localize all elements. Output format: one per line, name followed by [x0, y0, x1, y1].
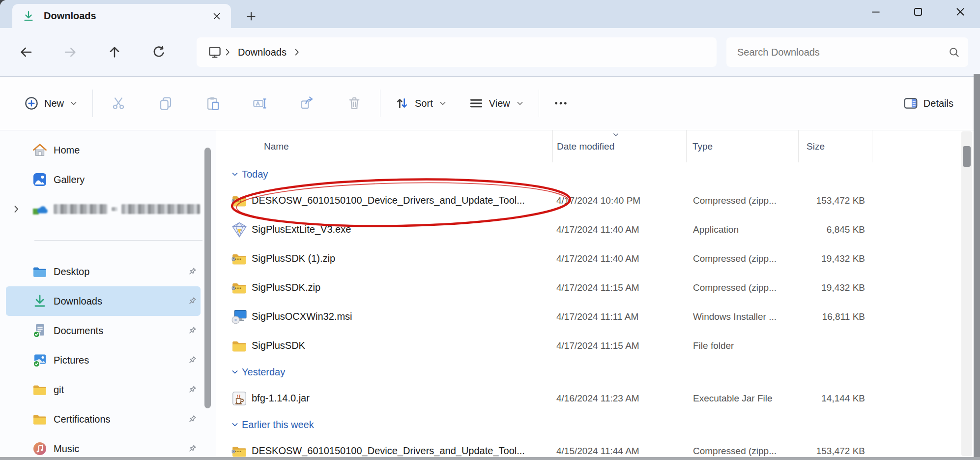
refresh-button[interactable]	[147, 41, 170, 63]
scissors-button[interactable]	[106, 92, 131, 115]
file-list: Today DESKOSW_6010150100_Device_Drivers_…	[216, 162, 980, 460]
group-header-yesterday[interactable]: Yesterday	[216, 360, 980, 384]
downloads-icon	[32, 293, 48, 309]
group-header-earlier-this-week[interactable]: Earlier this week	[216, 413, 980, 436]
copy-button[interactable]	[153, 92, 178, 115]
chevron-down-icon	[515, 98, 525, 108]
folder-icon	[32, 382, 48, 398]
toolbar-divider	[539, 90, 539, 117]
file-date-modified: 4/17/2024 11:15 AM	[552, 340, 686, 351]
file-size: 153,472 KB	[798, 195, 872, 206]
copy-icon	[158, 95, 173, 111]
file-row[interactable]: SigPlusSDK 4/17/2024 11:15 AM File folde…	[216, 331, 980, 360]
details-button[interactable]: Details	[898, 92, 958, 115]
file-row[interactable]: SigPlusSDK (1).zip 4/17/2024 11:40 AM Co…	[216, 244, 980, 273]
file-size: 19,432 KB	[798, 282, 872, 293]
minimize-button[interactable]	[867, 2, 885, 22]
sidebar-item-label: Desktop	[54, 266, 187, 277]
more-options-button[interactable]	[548, 92, 574, 115]
sidebar-item-desktop[interactable]: Desktop	[6, 257, 201, 286]
new-button[interactable]: New	[19, 92, 84, 115]
sidebar-item-label: Pictures	[54, 355, 187, 366]
plus-circle-icon	[24, 95, 39, 111]
file-name: SigPlusExtLite_V3.exe	[252, 224, 351, 235]
toolbar-divider	[92, 90, 93, 117]
more-options-icon	[553, 95, 569, 111]
sidebar-item-git[interactable]: git	[6, 375, 201, 404]
delete-button[interactable]	[342, 92, 367, 115]
file-row[interactable]: bfg-1.14.0.jar 4/16/2024 11:23 AM Execut…	[216, 384, 980, 413]
sidebar-item-music[interactable]: Music	[6, 434, 201, 460]
column-header-name[interactable]: Name	[216, 130, 552, 162]
close-button[interactable]	[951, 2, 969, 22]
zip-icon	[231, 250, 248, 267]
file-size: 6,845 KB	[798, 224, 872, 235]
file-name: SigPlusSDK.zip	[252, 282, 320, 293]
search-input[interactable]	[737, 47, 948, 58]
sidebar-scrollbar[interactable]	[204, 148, 211, 408]
forward-button[interactable]	[59, 41, 82, 63]
sidebar-item-documents[interactable]: Documents	[6, 316, 201, 345]
file-type: Compressed (zipp...	[686, 195, 798, 206]
new-tab-button[interactable]	[242, 7, 260, 26]
tab-close-icon[interactable]	[209, 9, 224, 24]
group-header-today[interactable]: Today	[216, 162, 980, 186]
sidebar: Home Gallery Desktop Downloads	[0, 130, 216, 460]
tab-downloads[interactable]: Downloads	[12, 4, 231, 28]
file-type: Application	[686, 224, 798, 235]
close-icon	[954, 5, 967, 18]
sidebar-item-gallery[interactable]: Gallery	[6, 165, 201, 194]
view-button[interactable]: View	[463, 92, 530, 115]
file-date-modified: 4/17/2024 10:40 PM	[552, 195, 686, 206]
folder-icon	[32, 411, 48, 427]
sidebar-item-home[interactable]: Home	[6, 135, 201, 165]
sidebar-item-certifications[interactable]: Certifications	[6, 404, 201, 434]
file-row[interactable]: SigPlusSDK.zip 4/17/2024 11:15 AM Compre…	[216, 273, 980, 302]
file-date-modified: 4/17/2024 11:15 AM	[552, 282, 686, 293]
sidebar-item-label: Documents	[54, 325, 187, 337]
search-box[interactable]	[726, 37, 968, 67]
breadcrumb-segment-downloads[interactable]: Downloads	[233, 47, 291, 58]
toolbar-divider	[380, 90, 380, 117]
chevron-right-icon[interactable]	[291, 47, 302, 58]
file-type: Compressed (zipp...	[686, 253, 798, 264]
onedrive-icon	[32, 201, 48, 217]
scrollbar-thumb[interactable]	[963, 146, 971, 167]
command-toolbar: New Sort View Details	[0, 77, 980, 130]
back-icon	[19, 45, 33, 60]
collapse-chevron-icon[interactable]	[230, 169, 240, 179]
window-edge-right	[974, 74, 980, 460]
up-button[interactable]	[103, 41, 126, 63]
tab-title: Downloads	[44, 10, 209, 22]
file-row[interactable]: DESKOSW_6010150100_Device_Drivers_and_Up…	[216, 436, 980, 460]
jar-icon	[231, 390, 248, 407]
view-icon	[468, 95, 484, 111]
collapse-chevron-icon[interactable]	[230, 420, 240, 429]
paste-button[interactable]	[200, 92, 226, 115]
file-row[interactable]: SigPlusExtLite_V3.exe 4/17/2024 11:40 AM…	[216, 215, 980, 244]
sort-button[interactable]: Sort	[389, 92, 453, 115]
expand-chevron-icon[interactable]	[10, 203, 22, 215]
this-pc-monitor-icon[interactable]	[207, 45, 222, 60]
column-header-date-modified[interactable]: Date modified	[552, 130, 686, 162]
details-panel-icon	[903, 95, 919, 111]
breadcrumb[interactable]: Downloads	[197, 37, 717, 67]
maximize-button[interactable]	[909, 2, 927, 22]
file-list-pane: Name Date modified Type Size Today DESKO…	[216, 130, 980, 460]
home-icon	[32, 142, 48, 158]
back-button[interactable]	[15, 41, 37, 63]
main-scrollbar[interactable]	[961, 131, 972, 456]
column-header-type[interactable]: Type	[686, 130, 798, 162]
chevron-right-icon[interactable]	[222, 47, 233, 58]
column-header-size[interactable]: Size	[798, 130, 872, 162]
sidebar-item-onedrive-account[interactable]	[6, 194, 201, 224]
share-button[interactable]	[294, 92, 320, 115]
sort-icon	[394, 95, 410, 111]
pin-icon	[187, 266, 198, 277]
file-row[interactable]: SigPlusOCXWin32.msi 4/17/2024 11:11 AM W…	[216, 302, 980, 331]
collapse-chevron-icon[interactable]	[230, 367, 240, 377]
sidebar-item-downloads[interactable]: Downloads	[6, 286, 201, 316]
file-row[interactable]: DESKOSW_6010150100_Device_Drivers_and_Up…	[216, 186, 980, 215]
sidebar-item-pictures[interactable]: Pictures	[6, 345, 201, 375]
rename-button[interactable]	[247, 92, 273, 115]
